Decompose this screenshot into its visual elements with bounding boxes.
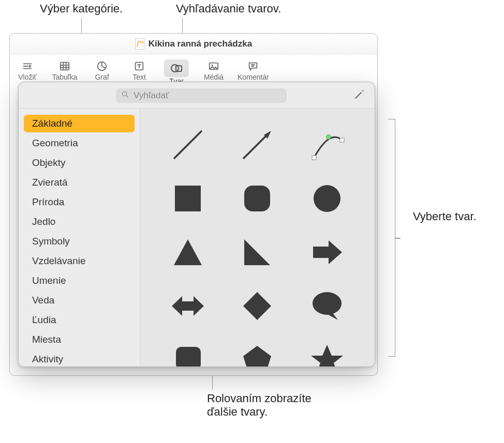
category-item-príroda[interactable]: Príroda xyxy=(24,193,135,211)
svg-marker-27 xyxy=(311,345,343,366)
popover-body: ZákladnéGeometriaObjektyZvieratáPrírodaJ… xyxy=(19,108,375,366)
svg-marker-19 xyxy=(313,240,342,264)
shape-arrow-right[interactable] xyxy=(306,232,348,273)
toolbar-label: Vložiť xyxy=(18,73,37,81)
category-item-jedlo[interactable]: Jedlo xyxy=(24,213,135,231)
category-item-objekty[interactable]: Objekty xyxy=(24,154,135,172)
svg-marker-21 xyxy=(243,292,271,320)
category-item-symboly[interactable]: Symboly xyxy=(24,233,135,250)
shape-arrow-line[interactable] xyxy=(236,124,278,165)
table-icon xyxy=(56,59,73,73)
callout-choose: Vyberte tvar. xyxy=(413,210,477,223)
shapes-popover: ZákladnéGeometriaObjektyZvieratáPrírodaJ… xyxy=(18,82,375,367)
comment-icon xyxy=(244,59,262,73)
media-icon xyxy=(205,59,223,73)
svg-point-7 xyxy=(123,92,127,96)
category-item-základné[interactable]: Základné xyxy=(24,115,135,132)
svg-marker-18 xyxy=(244,239,270,265)
callout-scroll: Rolovaním zobrazíte ďalšie tvary. xyxy=(207,392,312,419)
svg-point-13 xyxy=(326,135,331,140)
svg-rect-0 xyxy=(61,63,69,70)
shape-circle[interactable] xyxy=(306,178,348,219)
svg-point-6 xyxy=(212,65,213,66)
toolbar-label: Graf xyxy=(95,73,109,81)
svg-marker-20 xyxy=(172,296,204,316)
pen-icon[interactable] xyxy=(353,89,365,102)
text-icon xyxy=(130,59,148,73)
svg-rect-11 xyxy=(312,156,316,160)
shape-triangle[interactable] xyxy=(167,232,209,273)
svg-line-8 xyxy=(174,131,202,159)
shape-curve[interactable] xyxy=(306,124,348,165)
shape-callout-box[interactable] xyxy=(167,339,209,366)
svg-marker-17 xyxy=(174,239,202,265)
svg-marker-26 xyxy=(243,346,271,366)
svg-rect-24 xyxy=(176,347,201,366)
shape-double-arrow[interactable] xyxy=(167,285,209,327)
svg-line-9 xyxy=(243,134,268,159)
toolbar-label: Komentár xyxy=(238,73,269,81)
category-item-aktivity[interactable]: Aktivity xyxy=(24,350,135,366)
shape-icon xyxy=(164,59,189,77)
toolbar-label: Médiá xyxy=(204,73,224,81)
shape-right-triangle[interactable] xyxy=(236,232,278,273)
category-sidebar[interactable]: ZákladnéGeometriaObjektyZvieratáPrírodaJ… xyxy=(19,109,140,366)
search-icon xyxy=(121,90,129,101)
popover-header xyxy=(19,82,375,108)
callout-category: Výber kategórie. xyxy=(40,2,123,16)
document-icon xyxy=(135,38,144,50)
callout-search: Vyhľadávanie tvarov. xyxy=(176,2,281,16)
category-item-vzdelávanie[interactable]: Vzdelávanie xyxy=(24,252,135,270)
titlebar: Kikina ranná prechádzka xyxy=(10,34,377,54)
category-item-miesta[interactable]: Miesta xyxy=(24,331,135,348)
chart-icon xyxy=(93,59,111,73)
shape-star[interactable] xyxy=(306,339,348,366)
search-input[interactable] xyxy=(134,90,281,101)
svg-point-22 xyxy=(313,292,342,315)
toolbar-label: Text xyxy=(132,73,146,81)
svg-rect-14 xyxy=(175,186,201,211)
bracket-right xyxy=(388,119,395,357)
category-item-veda[interactable]: Veda xyxy=(24,292,135,309)
category-item-ľudia[interactable]: Ľudia xyxy=(24,311,135,329)
shape-line[interactable] xyxy=(167,124,209,165)
shape-grid[interactable] xyxy=(140,109,375,366)
shape-diamond[interactable] xyxy=(236,285,278,327)
svg-rect-12 xyxy=(340,138,344,142)
shape-rounded-square[interactable] xyxy=(236,178,278,219)
search-field-wrap[interactable] xyxy=(116,88,287,103)
shape-square[interactable] xyxy=(167,178,209,219)
shape-pentagon[interactable] xyxy=(236,339,278,366)
category-item-geometria[interactable]: Geometria xyxy=(24,134,135,152)
toolbar-label: Tabuľka xyxy=(52,73,77,81)
document-title: Kikina ranná prechádzka xyxy=(149,39,252,49)
insert-icon xyxy=(19,59,36,73)
svg-rect-15 xyxy=(244,186,270,211)
svg-point-16 xyxy=(314,185,340,212)
category-item-zvieratá[interactable]: Zvieratá xyxy=(24,174,135,191)
category-item-umenie[interactable]: Umenie xyxy=(24,272,135,289)
shape-speech-bubble[interactable] xyxy=(306,285,348,327)
